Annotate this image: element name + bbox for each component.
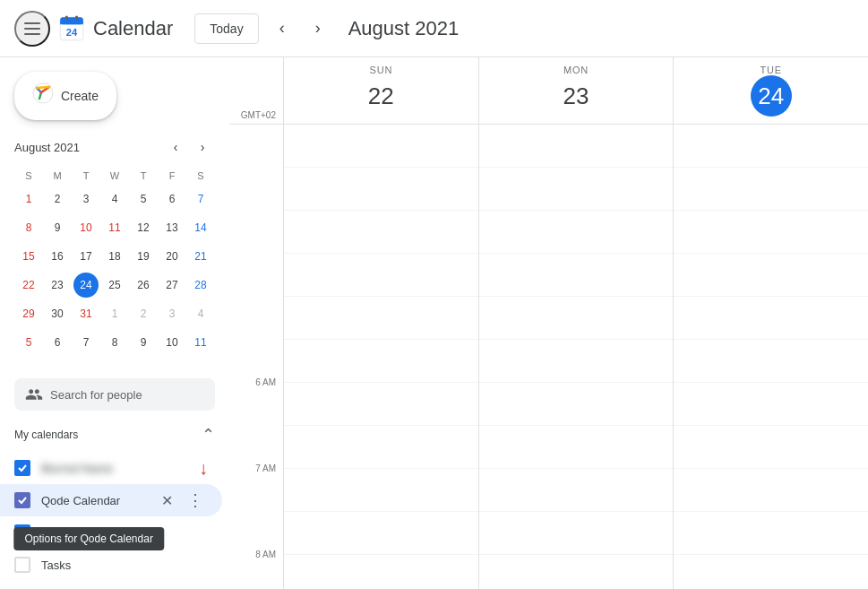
mini-cal-prev[interactable]: ‹ bbox=[163, 134, 188, 160]
calendar-cell[interactable] bbox=[674, 340, 868, 383]
mini-cal-day-1[interactable]: 1 bbox=[102, 301, 127, 326]
mini-cal-day-12[interactable]: 12 bbox=[131, 215, 156, 240]
mini-cal-day-7[interactable]: 7 bbox=[188, 186, 213, 212]
calendar-cell[interactable] bbox=[674, 383, 868, 426]
calendar-cell[interactable] bbox=[674, 125, 868, 168]
calendar-item-0[interactable]: Blurred Name ↓ bbox=[0, 452, 222, 484]
mini-cal-day-25[interactable]: 25 bbox=[102, 273, 127, 298]
calendar-cell[interactable] bbox=[674, 512, 868, 555]
mini-cal-day-31[interactable]: 31 bbox=[73, 301, 99, 326]
mini-cal-day-1[interactable]: 1 bbox=[16, 186, 41, 212]
mini-cal-day-27[interactable]: 27 bbox=[159, 273, 185, 298]
calendar-cell[interactable] bbox=[674, 211, 868, 254]
mini-cal-day-4[interactable]: 4 bbox=[188, 301, 213, 326]
mini-cal-day-13[interactable]: 13 bbox=[159, 215, 185, 240]
mini-cal-day-9[interactable]: 9 bbox=[45, 215, 70, 240]
day-header-mon[interactable]: MON 23 bbox=[478, 57, 674, 124]
mini-cal-day-6[interactable]: 6 bbox=[159, 186, 185, 212]
mini-cal-day-2[interactable]: 2 bbox=[45, 186, 70, 212]
calendar-cell[interactable] bbox=[284, 383, 478, 426]
calendar-cell[interactable] bbox=[284, 211, 478, 254]
mini-cal-day-19[interactable]: 19 bbox=[131, 244, 156, 269]
mini-cal-day-22[interactable]: 22 bbox=[16, 273, 41, 298]
day-header-tue[interactable]: TUE 24 bbox=[673, 57, 868, 124]
create-button[interactable]: Create bbox=[14, 72, 116, 120]
mini-cal-day-14[interactable]: 14 bbox=[188, 215, 213, 240]
calendar-cell[interactable] bbox=[479, 340, 674, 383]
day-num-23[interactable]: 23 bbox=[555, 75, 597, 117]
day-num-24[interactable]: 24 bbox=[751, 75, 792, 117]
calendar-cell[interactable] bbox=[674, 555, 868, 589]
calendar-cell[interactable] bbox=[284, 512, 478, 555]
calendar-cell[interactable] bbox=[284, 555, 478, 589]
calendar-cell[interactable] bbox=[284, 254, 478, 297]
calendar-cell[interactable] bbox=[284, 469, 478, 512]
mini-cal-day-5[interactable]: 5 bbox=[131, 186, 156, 212]
mini-cal-day-18[interactable]: 18 bbox=[102, 244, 127, 269]
calendar-item-reminders[interactable]: Reminders bbox=[0, 516, 222, 549]
calendar-cell[interactable] bbox=[479, 125, 674, 168]
calendar-cell[interactable] bbox=[479, 297, 674, 340]
calendar-cell[interactable] bbox=[674, 469, 868, 512]
day-col-22 bbox=[283, 125, 478, 589]
mini-cal-day-30[interactable]: 30 bbox=[45, 301, 70, 326]
calendar-item-tasks[interactable]: Tasks bbox=[0, 549, 222, 581]
calendar-cell[interactable] bbox=[284, 426, 478, 469]
mini-cal-day-11[interactable]: 11 bbox=[102, 215, 127, 240]
mini-cal-day-10[interactable]: 10 bbox=[73, 215, 99, 240]
calendar-cell[interactable] bbox=[479, 383, 674, 426]
mini-cal-day-24[interactable]: 24 bbox=[73, 273, 99, 298]
time-slot-0 bbox=[229, 125, 283, 162]
mini-cal-day-5[interactable]: 5 bbox=[16, 330, 41, 355]
calendar-cell[interactable] bbox=[479, 254, 674, 297]
time-slot-2 bbox=[229, 205, 283, 248]
calendar-cell[interactable] bbox=[284, 168, 478, 211]
mini-cal-day-4[interactable]: 4 bbox=[102, 186, 127, 212]
today-button[interactable]: Today bbox=[194, 13, 258, 44]
calendar-cell[interactable] bbox=[479, 168, 674, 211]
calendar-cell[interactable] bbox=[674, 297, 868, 340]
calendar-cell[interactable] bbox=[284, 125, 478, 168]
calendar-cell[interactable] bbox=[674, 254, 868, 297]
calendar-cell[interactable] bbox=[479, 512, 674, 555]
mini-cal-day-10[interactable]: 10 bbox=[159, 330, 185, 355]
mini-cal-day-8[interactable]: 8 bbox=[102, 330, 127, 355]
calendar-cell[interactable] bbox=[674, 426, 868, 469]
mini-cal-day-6[interactable]: 6 bbox=[45, 330, 70, 355]
calendar-cell[interactable] bbox=[284, 297, 478, 340]
menu-button[interactable] bbox=[14, 11, 50, 47]
mini-cal-day-23[interactable]: 23 bbox=[45, 273, 70, 298]
calendar-item-qode[interactable]: Qode Calendar ✕ ⋮ Options for Qode Calen… bbox=[0, 484, 222, 516]
time-slot-3 bbox=[229, 248, 283, 291]
mini-cal-day-29[interactable]: 29 bbox=[16, 301, 41, 326]
mini-cal-day-20[interactable]: 20 bbox=[159, 244, 185, 269]
prev-arrow[interactable]: ‹ bbox=[266, 13, 298, 45]
day-header-sun[interactable]: SUN 22 bbox=[283, 57, 478, 124]
mini-cal-day-26[interactable]: 26 bbox=[131, 273, 156, 298]
calendar-cell[interactable] bbox=[479, 555, 674, 589]
mini-cal-day-15[interactable]: 15 bbox=[16, 244, 41, 269]
mini-cal-day-11[interactable]: 11 bbox=[188, 330, 213, 355]
search-people[interactable]: Search for people bbox=[14, 378, 215, 411]
mini-cal-day-3[interactable]: 3 bbox=[159, 301, 185, 326]
next-arrow[interactable]: › bbox=[302, 13, 334, 45]
calendar-more-button[interactable]: ⋮ bbox=[183, 488, 208, 513]
calendar-cell[interactable] bbox=[479, 469, 674, 512]
calendar-close-button[interactable]: ✕ bbox=[154, 488, 179, 513]
mini-cal-next[interactable]: › bbox=[190, 134, 215, 160]
mini-cal-day-9[interactable]: 9 bbox=[131, 330, 156, 355]
day-num-22[interactable]: 22 bbox=[360, 75, 401, 117]
my-calendars-header[interactable]: My calendars ⌃ bbox=[0, 418, 229, 452]
calendar-cell[interactable] bbox=[479, 426, 674, 469]
calendar-cell[interactable] bbox=[284, 340, 478, 383]
mini-cal-day-28[interactable]: 28 bbox=[188, 273, 213, 298]
mini-cal-day-17[interactable]: 17 bbox=[73, 244, 99, 269]
mini-cal-day-8[interactable]: 8 bbox=[16, 215, 41, 240]
calendar-cell[interactable] bbox=[674, 168, 868, 211]
mini-cal-day-21[interactable]: 21 bbox=[188, 244, 213, 269]
mini-cal-day-3[interactable]: 3 bbox=[73, 186, 99, 212]
mini-cal-day-16[interactable]: 16 bbox=[45, 244, 70, 269]
calendar-cell[interactable] bbox=[479, 211, 674, 254]
mini-cal-day-2[interactable]: 2 bbox=[131, 301, 156, 326]
mini-cal-day-7[interactable]: 7 bbox=[73, 330, 99, 355]
